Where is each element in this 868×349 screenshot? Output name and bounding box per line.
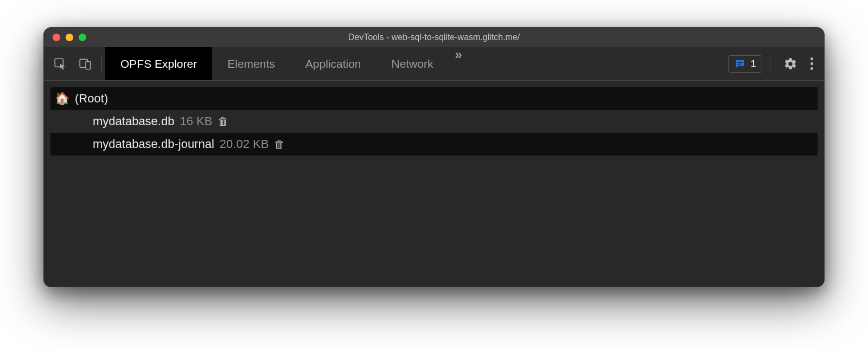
tab-strip: OPFS Explorer Elements Application Netwo… [105, 47, 469, 80]
device-toolbar-icon[interactable] [74, 53, 96, 75]
delete-file-icon[interactable]: 🗑 [274, 138, 285, 151]
tab-label: Network [392, 57, 433, 70]
tab-label: Elements [227, 57, 275, 70]
more-options-button[interactable] [805, 57, 819, 70]
kebab-icon [810, 57, 813, 70]
tab-label: Application [305, 57, 361, 70]
traffic-lights [53, 34, 86, 41]
maximize-window-button[interactable] [79, 34, 86, 41]
devtools-window: DevTools - web-sql-to-sqlite-wasm.glitch… [43, 27, 825, 287]
close-window-button[interactable] [53, 34, 60, 41]
toolbar-right: 1 [728, 55, 819, 73]
window-title: DevTools - web-sql-to-sqlite-wasm.glitch… [44, 33, 824, 42]
tab-label: OPFS Explorer [120, 57, 197, 70]
more-tabs-icon[interactable]: » [449, 47, 469, 80]
issues-button[interactable]: 1 [728, 55, 762, 73]
settings-button[interactable] [778, 57, 803, 71]
minimize-window-button[interactable] [66, 34, 73, 41]
home-icon: 🏠 [55, 92, 69, 106]
file-size: 20.02 KB [220, 137, 269, 151]
toolbar-divider [770, 56, 770, 72]
toolbar: OPFS Explorer Elements Application Netwo… [44, 47, 824, 81]
delete-file-icon[interactable]: 🗑 [218, 115, 228, 128]
file-size: 16 KB [180, 114, 212, 128]
file-name: mydatabase.db [93, 114, 174, 128]
tab-opfs-explorer[interactable]: OPFS Explorer [105, 47, 212, 80]
chevron-right-icon: » [455, 47, 462, 62]
gear-icon [783, 57, 797, 71]
toolbar-left [49, 53, 105, 75]
tab-network[interactable]: Network [376, 47, 449, 80]
tree-root-row[interactable]: 🏠 (Root) [50, 87, 818, 110]
file-name: mydatabase.db-journal [93, 137, 214, 151]
file-row[interactable]: mydatabase.db 16 KB 🗑 [50, 110, 818, 133]
svg-rect-3 [738, 62, 743, 63]
issues-icon [734, 58, 746, 70]
inspect-element-icon[interactable] [49, 53, 71, 75]
toolbar-divider [101, 56, 102, 72]
opfs-explorer-panel: 🏠 (Root) mydatabase.db 16 KB 🗑 mydatabas… [44, 81, 824, 287]
issues-count: 1 [750, 58, 756, 70]
titlebar: DevTools - web-sql-to-sqlite-wasm.glitch… [44, 28, 824, 47]
file-row[interactable]: mydatabase.db-journal 20.02 KB 🗑 [50, 133, 818, 156]
tab-application[interactable]: Application [290, 47, 376, 80]
svg-rect-2 [86, 61, 91, 69]
tab-elements[interactable]: Elements [212, 47, 290, 80]
root-label: (Root) [75, 92, 108, 106]
svg-rect-4 [738, 63, 741, 64]
